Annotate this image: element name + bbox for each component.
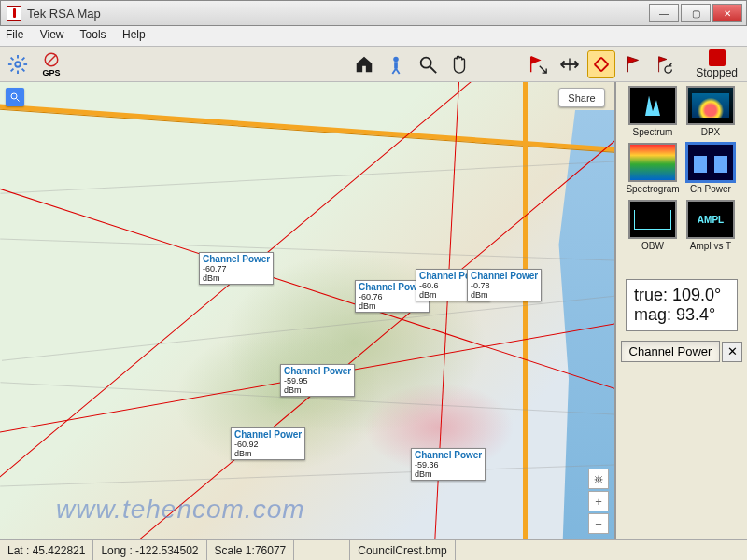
settings-button[interactable] [4, 50, 32, 78]
svg-line-6 [22, 68, 25, 71]
right-panel: Spectrum DPX Spectrogram Ch Power OBW Am… [616, 82, 747, 539]
map-share-button[interactable]: Share [558, 88, 605, 107]
status-long: Long : -122.534502 [93, 540, 206, 560]
svg-line-14 [396, 68, 400, 74]
window-title: Tek RSA Map [27, 7, 101, 21]
bearing-readout: true: 109.0° mag: 93.4° [626, 279, 738, 331]
pan-button[interactable] [445, 50, 473, 78]
bearing-line-button[interactable] [556, 50, 584, 78]
home-button[interactable] [350, 50, 378, 78]
highway-feature [523, 82, 528, 539]
quad-arrows-icon [591, 54, 612, 75]
magnifier-icon [417, 54, 438, 75]
flag-arrow-icon [528, 54, 548, 75]
svg-line-20 [601, 57, 608, 63]
zoom-in-button[interactable]: + [588, 491, 609, 511]
menu-file[interactable]: File [6, 28, 23, 41]
svg-line-24 [17, 99, 20, 102]
selected-measure-row: Channel Power ✕ [621, 341, 743, 362]
map-search-button[interactable] [6, 88, 24, 106]
palette-dpx[interactable]: DPX [684, 86, 737, 137]
palette-chpower[interactable]: Ch Power [684, 143, 737, 194]
watermark: www.tehencom.com [56, 495, 305, 525]
person-icon [386, 54, 406, 75]
content: Share Channel Power-60.77dBmChannel Powe… [0, 82, 747, 539]
mag-bearing: mag: 93.4° [634, 305, 729, 325]
palette-spectrogram[interactable]: Spectrogram [627, 143, 679, 194]
home-icon [354, 54, 374, 75]
palette-obw[interactable]: OBW [627, 200, 679, 251]
svg-line-19 [595, 57, 601, 63]
flag-repeat-icon [655, 54, 675, 75]
measurement-palette: Spectrum DPX Spectrogram Ch Power OBW Am… [620, 86, 743, 251]
palette-amplvst[interactable]: Ampl vs T [684, 200, 737, 251]
gps-label: GPS [42, 68, 60, 77]
status-lat: Lat : 45.422821 [0, 540, 93, 560]
channel-power-marker[interactable]: Channel Power-59.95dBm [280, 364, 355, 397]
gps-button[interactable]: GPS [35, 50, 67, 78]
status-file: CouncilCrest.bmp [350, 540, 455, 560]
flag-icon [623, 54, 643, 75]
svg-line-5 [11, 57, 14, 60]
menu-help[interactable]: Help [122, 28, 146, 41]
horizontal-arrows-icon [559, 54, 580, 75]
hand-icon [449, 54, 470, 75]
maximize-button[interactable]: ▢ [681, 4, 711, 22]
crosshair-button[interactable] [587, 50, 615, 78]
menu-tools[interactable]: Tools [80, 28, 106, 41]
channel-power-marker[interactable]: Channel Power-60.92dBm [231, 427, 305, 460]
flag-pointer-button[interactable] [524, 50, 552, 78]
search-button[interactable] [414, 50, 442, 78]
svg-point-15 [421, 57, 431, 67]
run-state[interactable]: Stopped [696, 49, 738, 79]
menu-view[interactable]: View [40, 28, 64, 41]
svg-line-22 [601, 64, 608, 71]
svg-point-23 [11, 93, 17, 99]
minimize-button[interactable]: — [649, 4, 679, 22]
clear-measure-button[interactable]: ✕ [722, 342, 742, 362]
svg-rect-12 [394, 62, 398, 68]
menubar: File View Tools Help [0, 26, 747, 47]
svg-line-10 [47, 54, 57, 64]
titlebar: Tek RSA Map — ▢ ✕ [0, 0, 747, 26]
close-button[interactable]: ✕ [712, 4, 742, 22]
app-icon [7, 6, 21, 21]
gear-icon [7, 54, 28, 75]
statusbar: Lat : 45.422821 Long : -122.534502 Scale… [0, 539, 747, 560]
selected-measure[interactable]: Channel Power [621, 341, 721, 362]
stop-icon [709, 49, 726, 66]
channel-power-marker[interactable]: Channel Power-60.77dBm [199, 252, 274, 285]
map-zoom-controls: ⛯ + − [588, 467, 609, 534]
status-scale: Scale 1:76077 [207, 540, 295, 560]
gps-off-icon [43, 51, 60, 68]
channel-power-marker[interactable]: Channel Power-0.78dBm [467, 269, 542, 301]
zoom-out-button[interactable]: − [588, 513, 609, 534]
svg-point-0 [15, 62, 21, 67]
person-button[interactable] [382, 50, 410, 78]
single-flag-button[interactable] [619, 50, 647, 78]
svg-point-11 [394, 56, 400, 62]
run-state-label: Stopped [696, 66, 738, 79]
channel-power-marker[interactable]: Channel Power-59.36dBm [411, 448, 486, 481]
svg-line-16 [430, 66, 436, 72]
true-bearing: true: 109.0° [634, 286, 729, 305]
palette-spectrum[interactable]: Spectrum [627, 86, 679, 137]
svg-line-21 [595, 64, 601, 71]
map-canvas[interactable]: Share Channel Power-60.77dBmChannel Powe… [0, 82, 616, 539]
svg-line-7 [11, 68, 14, 71]
svg-line-8 [22, 57, 25, 60]
street-view-button[interactable]: ⛯ [588, 469, 609, 489]
search-icon [9, 91, 21, 103]
repeat-flag-button[interactable] [651, 50, 679, 78]
toolbar: GPS Stopped [0, 47, 747, 82]
